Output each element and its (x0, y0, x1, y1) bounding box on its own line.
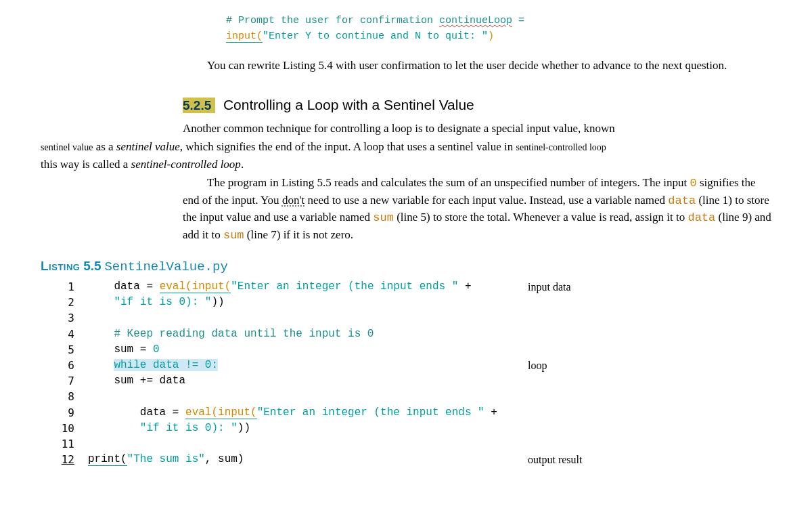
listing-word: Listing (41, 259, 80, 273)
body-line-3: this way is called a sentinel-controlled… (41, 156, 771, 173)
section-title: Controlling a Loop with a Sentinel Value (223, 97, 474, 112)
inline-code-data: data (668, 194, 696, 207)
code-row-9: 9 data = eval(input("Enter an integer (t… (41, 405, 771, 421)
rewrite-text: You can rewrite Listing 5.4 with user co… (183, 58, 771, 75)
code-row-2: 2 "if it is 0): ")) (41, 295, 771, 310)
body-paragraph-2-full: The program in Listing 5.5 reads and cal… (183, 175, 771, 245)
code-row-7: 7 sum += data (41, 373, 771, 389)
body-text: Another common technique for controlling… (41, 121, 771, 244)
inline-code-sum: sum (373, 211, 394, 224)
top-code-snippet: # Prompt the user for confirmation conti… (226, 14, 771, 44)
code-line: input("Enter Y to continue and N to quit… (226, 29, 771, 45)
annotation-input-data: input data (521, 279, 771, 295)
inline-code-sum2: sum (223, 229, 244, 242)
code-row-10: 10 "if it is 0): ")) (41, 421, 771, 436)
annotation-loop: loop (521, 358, 771, 373)
inline-code-data2: data (687, 211, 715, 224)
code-paren: ) (488, 30, 494, 42)
code-listing: 1 data = eval(input("Enter an integer (t… (41, 279, 771, 467)
page: # Prompt the user for confirmation conti… (0, 0, 812, 510)
code-func-input: input( (226, 30, 263, 43)
body-line-2: sentinel value as a sentinel value, whic… (41, 139, 771, 156)
code-row-3: 3 (41, 310, 771, 326)
code-row-11: 11 (41, 436, 771, 452)
body-line-1: Another common technique for controlling… (183, 121, 771, 137)
annotation-output-result: output result (521, 452, 771, 467)
listing-filename: SentinelValue.py (104, 259, 227, 274)
code-squiggle-var: continueLoop (439, 15, 512, 26)
margin-note-sentinel-value: sentinel value (41, 142, 93, 152)
listing-number: 5.5 (83, 259, 101, 273)
code-row-8: 8 (41, 389, 771, 404)
section-number: 5.2.5 (183, 98, 215, 113)
code-line: # Prompt the user for confirmation conti… (226, 14, 771, 29)
code-row-6: 6 while data != 0: loop (41, 358, 771, 373)
section-heading: 5.2.5 Controlling a Loop with a Sentinel… (183, 95, 771, 115)
italic-sc-loop: sentinel-controlled loop (131, 158, 241, 171)
wavy-dont: don't (282, 194, 304, 207)
code-equals: = (512, 15, 524, 26)
code-row-12: 12 print("The sum is", sum) output resul… (41, 452, 771, 467)
inline-zero: 0 (690, 177, 697, 190)
listing-header: Listing 5.5 SentinelValue.py (41, 257, 771, 277)
code-row-4: 4 # Keep reading data until the input is… (41, 326, 771, 342)
code-comment: # Prompt the user for confirmation (226, 15, 439, 26)
rewrite-paragraph: You can rewrite Listing 5.4 with user co… (41, 58, 771, 75)
code-row-5: 5 sum = 0 (41, 342, 771, 358)
code-string: "Enter Y to continue and N to quit: " (263, 30, 488, 42)
code-row-1: 1 data = eval(input("Enter an integer (t… (41, 279, 771, 295)
margin-note-sc-loop: sentinel-controlled loop (516, 142, 606, 152)
italic-sentinel-value: sentinel value (116, 140, 180, 153)
